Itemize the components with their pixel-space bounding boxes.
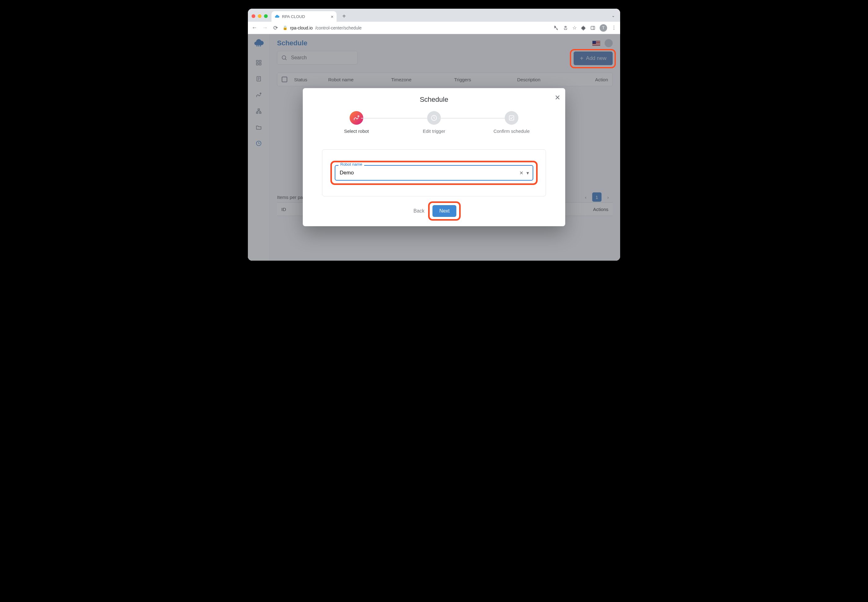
robot-name-field-wrap: Robot name ✕ ▾ xyxy=(335,165,533,181)
cloud-icon xyxy=(275,14,279,19)
step-select-robot: Select robot xyxy=(336,111,377,134)
share-icon[interactable] xyxy=(563,25,568,31)
robot-name-input[interactable] xyxy=(339,169,516,176)
url-host: rpa-cloud.io xyxy=(290,25,313,31)
schedule-modal: ✕ Schedule Select robot Edit trigger xyxy=(303,88,565,226)
window-controls xyxy=(252,14,268,18)
kebab-menu-icon[interactable]: ⋮ xyxy=(612,25,617,31)
form-card: Robot name ✕ ▾ xyxy=(322,149,546,197)
close-icon[interactable]: ✕ xyxy=(555,94,560,102)
lock-icon: 🔒 xyxy=(283,25,288,30)
step-edit-trigger: Edit trigger xyxy=(414,111,454,134)
chevron-down-icon[interactable]: ▾ xyxy=(526,170,529,176)
new-tab-button[interactable]: + xyxy=(340,12,348,20)
fullscreen-window-icon[interactable] xyxy=(264,14,268,18)
browser-toolbar: ← → ⟳ 🔒 rpa-cloud.io/control-center/sche… xyxy=(248,22,620,34)
modal-title: Schedule xyxy=(311,95,557,104)
field-label: Robot name xyxy=(339,162,364,167)
tab-strip: RPA CLOUD × + ⌄ xyxy=(248,9,620,22)
star-icon[interactable]: ☆ xyxy=(572,25,577,31)
robot-name-combobox[interactable]: ✕ ▾ xyxy=(335,165,533,181)
check-step-icon xyxy=(505,111,518,125)
close-window-icon[interactable] xyxy=(252,14,255,18)
modal-actions: Back Next xyxy=(311,205,557,217)
extensions-icon[interactable] xyxy=(581,25,586,31)
svg-rect-19 xyxy=(509,116,514,120)
reload-icon[interactable]: ⟳ xyxy=(272,25,279,31)
next-button[interactable]: Next xyxy=(432,205,456,217)
tabs-overflow-icon[interactable]: ⌄ xyxy=(612,13,615,18)
step-label: Select robot xyxy=(344,129,369,134)
translate-icon[interactable] xyxy=(553,25,559,31)
back-icon[interactable]: ← xyxy=(251,25,258,31)
browser-window: RPA CLOUD × + ⌄ ← → ⟳ 🔒 rpa-cloud.io/con… xyxy=(248,9,620,261)
url-path: /control-center/schedule xyxy=(315,25,361,31)
address-bar[interactable]: 🔒 rpa-cloud.io/control-center/schedule xyxy=(283,25,549,31)
minimize-window-icon[interactable] xyxy=(258,14,262,18)
step-label: Confirm schedule xyxy=(494,129,530,134)
clear-icon[interactable]: ✕ xyxy=(519,170,523,176)
panel-icon[interactable] xyxy=(590,25,595,31)
svg-point-17 xyxy=(358,116,359,117)
toolbar-right-icons: ☆ T ⋮ xyxy=(553,24,617,32)
step-confirm: Confirm schedule xyxy=(491,111,532,134)
stepper: Select robot Edit trigger Confirm schedu… xyxy=(311,111,557,134)
app-viewport: Schedule + Add new Statu xyxy=(248,34,620,261)
tab-title: RPA CLOUD xyxy=(282,14,305,19)
back-button[interactable]: Back xyxy=(412,208,426,214)
forward-icon: → xyxy=(262,25,268,31)
browser-tab[interactable]: RPA CLOUD × xyxy=(271,11,337,22)
svg-rect-0 xyxy=(591,26,595,29)
close-tab-icon[interactable]: × xyxy=(331,14,333,19)
profile-avatar[interactable]: T xyxy=(600,24,607,32)
step-label: Edit trigger xyxy=(423,129,445,134)
